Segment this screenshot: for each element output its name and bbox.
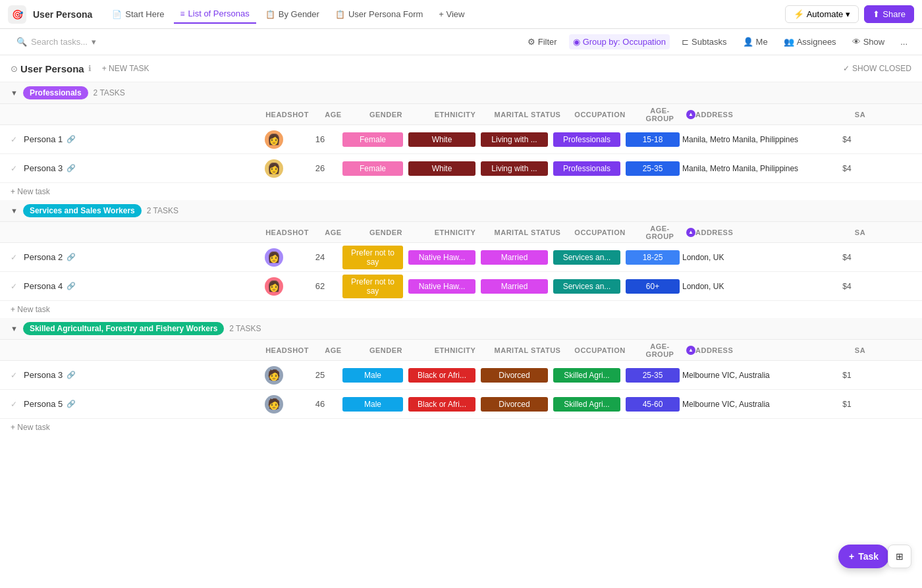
avatar-persona3g3: 🧑	[265, 366, 283, 385]
cell-occupation-persona3g1: Professionals	[551, 161, 623, 176]
new-task-row-services[interactable]: + New task	[0, 301, 922, 318]
check-persona2[interactable]: ✓	[11, 253, 24, 262]
page-header: ⊙ User Persona ℹ + NEW TASK ✓ SHOW CLOSE…	[0, 55, 922, 82]
cell-salary-persona4: $4	[827, 282, 867, 291]
check-persona4[interactable]: ✓	[11, 282, 24, 291]
row-age-persona2: 24	[300, 252, 340, 262]
filter-button[interactable]: ⚙ Filter	[524, 34, 561, 49]
assignees-button[interactable]: 👥 Assignees	[780, 34, 840, 49]
group-badge-professionals: Professionals	[23, 86, 88, 99]
persona3-g3-name[interactable]: Persona 3	[24, 370, 63, 380]
row-headshot-persona1: 👩	[248, 130, 300, 149]
cell-gender-persona1: Female	[340, 132, 406, 147]
toolbar: 🔍 Search tasks... ▾ ⚙ Filter ◉ Group by:…	[0, 29, 922, 55]
check-persona1[interactable]: ✓	[11, 135, 24, 144]
persona2-name[interactable]: Persona 2	[24, 252, 63, 262]
row-age-persona5: 46	[300, 399, 340, 409]
automate-chevron: ▾	[846, 9, 850, 19]
col-ethnicity-header-3: ETHNICITY	[419, 345, 491, 355]
avatar-persona2: 👩	[265, 248, 283, 267]
show-closed-button[interactable]: ✓ SHOW CLOSED	[843, 64, 911, 73]
link-icon-persona4[interactable]: 🔗	[67, 282, 76, 290]
cell-marital-persona3g3: Divorced	[478, 368, 551, 383]
persona5-name[interactable]: Persona 5	[24, 399, 63, 409]
header-toggle[interactable]: ⊙	[11, 64, 18, 74]
cell-marital-persona1: Living with ...	[478, 132, 551, 147]
row-age-persona4: 62	[300, 281, 340, 291]
new-task-row-agricultural[interactable]: + New task	[0, 419, 922, 436]
cell-marital-persona3g1: Living with ...	[478, 161, 551, 176]
col-gender-header: GENDER	[353, 109, 419, 119]
main-content: ▼ Professionals 2 TASKS HEADSHOT AGE GEN…	[0, 82, 922, 436]
tab-view-add[interactable]: + View	[432, 5, 471, 23]
col-marital-header-3: MARITAL STATUS	[491, 345, 564, 355]
tab-by-gender[interactable]: 📋 By Gender	[259, 5, 326, 23]
subtasks-button[interactable]: ⊏ Subtasks	[678, 34, 730, 49]
col-marital-header: MARITAL STATUS	[491, 109, 564, 119]
cell-address-persona1: Manila, Metro Manila, Philippines	[682, 135, 827, 144]
col-headers-1: HEADSHOT AGE GENDER ETHNICITY MARITAL ST…	[0, 104, 922, 125]
cell-marital-persona4: Married	[478, 279, 551, 294]
persona1-name[interactable]: Persona 1	[24, 134, 63, 144]
col-headers-2: HEADSHOT AGE GENDER ETHNICITY MARITAL ST…	[0, 222, 922, 243]
share-button[interactable]: ⬆ Share	[864, 5, 914, 23]
check-persona3-g3[interactable]: ✓	[11, 371, 24, 380]
sort-icon-3[interactable]: ▲	[686, 346, 695, 355]
col-headers-3: HEADSHOT AGE GENDER ETHNICITY MARITAL ST…	[0, 340, 922, 361]
cell-occupation-persona5: Skilled Agri...	[551, 397, 623, 412]
page-title: User Persona	[20, 63, 84, 74]
tab-by-gender-icon: 📋	[265, 10, 275, 19]
info-icon[interactable]: ℹ	[88, 64, 92, 73]
cell-occupation-persona2: Services an...	[551, 250, 623, 265]
search-box[interactable]: 🔍 Search tasks... ▾	[11, 34, 102, 50]
new-task-button[interactable]: + NEW TASK	[98, 62, 153, 75]
group-toggle-professionals[interactable]: ▼	[11, 89, 18, 97]
automate-button[interactable]: ⚡ Automate ▾	[785, 5, 859, 23]
group-toggle-services[interactable]: ▼	[11, 207, 18, 215]
group-professionals: ▼ Professionals 2 TASKS	[0, 82, 922, 104]
table-row: ✓ Persona 3 🔗 👩 26 Female White Living w…	[0, 154, 922, 183]
col-gender-header-3: GENDER	[353, 345, 419, 355]
link-icon-persona2[interactable]: 🔗	[67, 253, 76, 261]
tab-form-icon: 📋	[335, 10, 345, 19]
row-name-cell-persona3: Persona 3 🔗	[24, 163, 248, 173]
row-age-persona1: 16	[300, 134, 340, 144]
col-headshot-header-2: HEADSHOT	[261, 227, 313, 237]
show-button[interactable]: 👁 Show	[848, 34, 889, 49]
persona4-name[interactable]: Persona 4	[24, 281, 63, 291]
row-name-cell-persona1: Persona 1 🔗	[24, 134, 248, 144]
link-icon-persona3g1[interactable]: 🔗	[67, 164, 76, 173]
cell-age-group-persona3g3: 25-35	[623, 368, 682, 383]
cell-address-persona2: London, UK	[682, 253, 827, 262]
cell-address-persona3g1: Manila, Metro Manila, Philippines	[682, 164, 827, 173]
tab-start-here[interactable]: 📄 Start Here	[105, 5, 171, 23]
col-age-group-header-2: AGE-GROUP ▲	[636, 225, 695, 240]
check-persona3-g1[interactable]: ✓	[11, 164, 24, 173]
persona3-g1-name[interactable]: Persona 3	[24, 163, 63, 173]
col-marital-header-2: MARITAL STATUS	[491, 227, 564, 237]
sort-icon-2[interactable]: ▲	[686, 228, 695, 237]
cell-ethnicity-persona4: Native Haw...	[406, 279, 478, 294]
tab-list-of-personas[interactable]: ≡ List of Personas	[174, 5, 256, 24]
col-salary-header-3: SA	[840, 345, 880, 355]
link-icon-persona3g3[interactable]: 🔗	[67, 371, 76, 379]
col-age-group-header-3: AGE-GROUP ▲	[636, 342, 695, 358]
col-age-header-3: AGE	[313, 345, 353, 355]
check-persona5[interactable]: ✓	[11, 400, 24, 409]
group-by-button[interactable]: ◉ Group by: Occupation	[569, 34, 670, 49]
cell-age-group-persona1: 15-18	[623, 132, 682, 147]
cell-gender-persona3g1: Female	[340, 161, 406, 176]
avatar-persona3g1: 👩	[265, 159, 283, 178]
link-icon-persona5[interactable]: 🔗	[67, 400, 76, 408]
link-icon-persona1[interactable]: 🔗	[67, 135, 76, 144]
cell-occupation-persona4: Services an...	[551, 279, 623, 294]
cell-ethnicity-persona3g1: White	[406, 161, 478, 176]
nav-right-actions: ⚡ Automate ▾ ⬆ Share	[785, 5, 914, 23]
more-button[interactable]: ...	[896, 34, 911, 49]
search-icon: 🔍	[16, 37, 27, 47]
group-toggle-agricultural[interactable]: ▼	[11, 325, 18, 333]
sort-icon[interactable]: ▲	[686, 110, 695, 119]
me-button[interactable]: 👤 Me	[739, 34, 772, 49]
new-task-row-professionals[interactable]: + New task	[0, 183, 922, 200]
tab-user-persona-form[interactable]: 📋 User Persona Form	[329, 5, 429, 23]
